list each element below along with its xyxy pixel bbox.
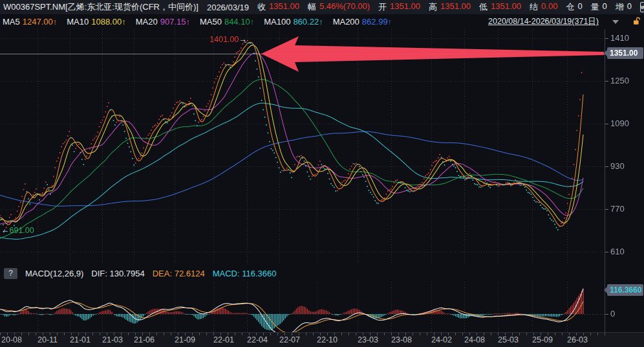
field-value: 0	[577, 1, 582, 13]
macd-dif-value: DIF: 130.7954	[91, 269, 144, 278]
ma-value: 844.10↑	[224, 17, 254, 27]
macd-hist-value: MACD: 116.3660	[213, 269, 277, 278]
field-value: 5.46%(70.00)	[319, 1, 370, 13]
min-price-label: 691.00	[10, 226, 34, 235]
min-price-annotation: ←691.00	[1, 226, 34, 235]
x-axis-label: 26-03	[567, 335, 588, 344]
ma-item: MA200862.99↑	[333, 17, 392, 27]
macd-header: ? MACD(12,26,9) DIF: 130.7954 DEA: 72.61…	[0, 265, 605, 282]
field-value: 1351.00	[440, 1, 471, 13]
help-icon[interactable]: ?	[4, 268, 17, 279]
ma-item: MA50844.10↑	[200, 17, 254, 27]
quote-field: 量0	[591, 1, 607, 13]
field-label: 幅	[308, 1, 316, 13]
field-value: 0	[627, 1, 632, 13]
field-label: 开	[378, 1, 387, 13]
x-axis-label: 22-04	[247, 335, 268, 344]
x-axis-label: 22-01	[213, 335, 234, 344]
macd-value-badge: 116.3660	[607, 284, 643, 296]
y-axis-label: 930	[605, 161, 625, 171]
field-value: 0.00	[541, 1, 557, 13]
y-axis-label: 1410	[605, 33, 629, 43]
left-arrow-glyph: ←	[1, 226, 10, 235]
x-axis-label: 21-03	[102, 335, 123, 344]
field-value: 1351.00	[390, 1, 420, 13]
field-value: 1351.00	[269, 1, 299, 13]
symbol-title: W00367SPT.NM[乙烯:东北亚:现货价(CFR，中间价)]	[3, 1, 199, 13]
ma-value: 860.22↑	[293, 17, 323, 27]
chevron-down-icon[interactable]	[612, 20, 619, 24]
ma-item: MA20907.15↑	[136, 17, 190, 27]
macd-params-label: MACD(12,26,9)	[25, 269, 83, 278]
x-axis-label: 23-08	[391, 335, 412, 344]
quote-field: 仓0	[566, 1, 582, 13]
quote-date: 2026/03/19	[207, 3, 249, 12]
x-axis-label: 24-08	[464, 335, 485, 344]
right-arrow-glyph: →	[239, 35, 248, 44]
date-range-selector[interactable]: 2020/08/14-2026/03/19(371日)	[488, 16, 599, 27]
main-chart-canvas[interactable]	[0, 29, 605, 265]
macd-dea-value: DEA: 72.6124	[153, 269, 205, 278]
ma-label: MA200	[333, 17, 360, 27]
quote-field: 收1351.00	[257, 1, 299, 13]
y-axis-label: 770	[605, 204, 625, 214]
x-axis-label: 21-01	[70, 335, 91, 344]
x-axis-label: 23-03	[358, 335, 378, 344]
ma-label: MA100	[264, 17, 290, 27]
field-label: 增	[616, 1, 624, 13]
x-axis-label: 21-06	[134, 335, 155, 344]
ma-value: 1247.00↑	[23, 17, 58, 27]
quote-field: 结0.00	[530, 1, 557, 13]
x-axis-label: 25-09	[532, 335, 553, 344]
wind-wp-icon[interactable]: WP	[640, 2, 644, 12]
field-label: 结	[530, 1, 538, 13]
quote-field: 低1351.00	[479, 1, 521, 13]
y-axis-label: 1090	[605, 118, 629, 128]
field-label: 收	[257, 1, 266, 13]
ma-item: MA51247.00↑	[3, 17, 57, 27]
x-axis-label: 21-09	[175, 335, 195, 344]
ma-label: MA10	[67, 17, 89, 27]
y-axis-label: 1250	[605, 76, 629, 85]
ma-values: MA51247.00↑MA101088.00↑MA20907.15↑MA5084…	[3, 17, 392, 27]
max-price-label: 1401.00	[209, 35, 239, 44]
ma-item: MA100860.22↑	[264, 17, 323, 27]
ma-bar: MA51247.00↑MA101088.00↑MA20907.15↑MA5084…	[0, 14, 644, 29]
x-axis-strip[interactable]: 20-0820-1121-0121-0321-0621-0922-0122-04…	[0, 332, 644, 347]
field-label: 低	[479, 1, 488, 13]
ma-label: MA50	[200, 17, 222, 27]
ma-value: 907.15↑	[160, 17, 190, 27]
x-axis-label: 25-03	[498, 335, 519, 344]
x-axis-label: 20-08	[1, 335, 22, 344]
y-axis-label: 610	[605, 247, 625, 256]
ma-value: 1088.00↑	[91, 17, 126, 27]
quote-fields: 收1351.00幅5.46%(70.00)开1351.00高1351.00低13…	[257, 1, 632, 13]
quote-field: 增0	[616, 1, 632, 13]
macd-zero-label: 0	[605, 309, 615, 319]
x-axis-label: 24-02	[431, 335, 452, 344]
ma-item: MA101088.00↑	[67, 17, 125, 27]
macd-chart-canvas[interactable]	[0, 282, 605, 332]
max-price-annotation: 1401.00→	[198, 35, 247, 44]
field-value: 0	[603, 1, 607, 13]
quote-field: 幅5.46%(70.00)	[308, 1, 370, 13]
field-label: 量	[591, 1, 599, 13]
unlock-icon[interactable]	[632, 17, 641, 27]
last-price-badge: 1351.00	[607, 47, 643, 59]
ma-value: 862.99↑	[362, 17, 392, 27]
field-value: 1351.00	[491, 1, 521, 13]
ma-label: MA5	[3, 17, 20, 27]
field-label: 高	[429, 1, 437, 13]
x-axis-label: 22-10	[317, 335, 338, 344]
quote-field: 开1351.00	[378, 1, 420, 13]
ma-label: MA20	[136, 17, 158, 27]
quote-header-bar: W00367SPT.NM[乙烯:东北亚:现货价(CFR，中间价)] 2026/0…	[0, 0, 644, 14]
field-label: 仓	[566, 1, 574, 13]
quote-field: 高1351.00	[429, 1, 471, 13]
price-y-axis: 141012501090930770610 1351.00 116.3660 0	[605, 29, 644, 332]
x-axis-label: 20-11	[38, 335, 58, 344]
x-axis-label: 22-07	[279, 335, 300, 344]
